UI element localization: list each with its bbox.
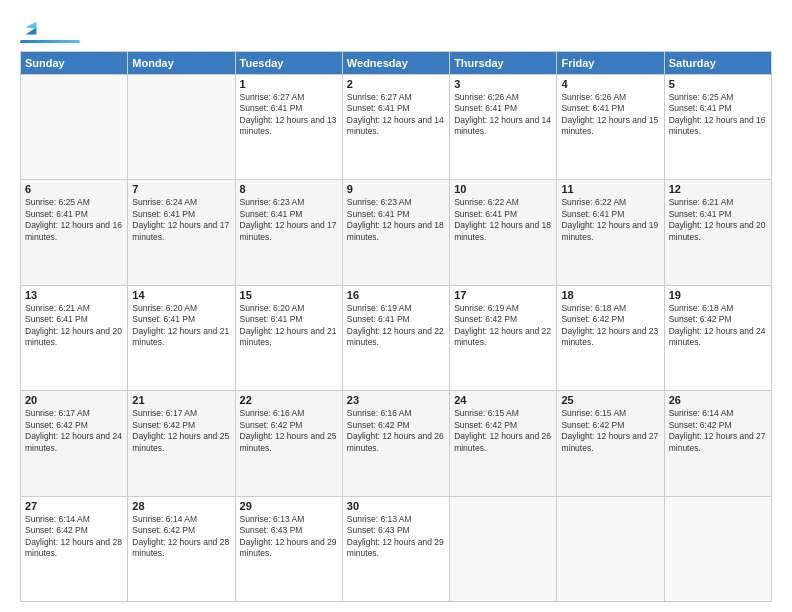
calendar-cell: 30Sunrise: 6:13 AM Sunset: 6:43 PM Dayli…	[342, 496, 449, 601]
calendar-cell: 1Sunrise: 6:27 AM Sunset: 6:41 PM Daylig…	[235, 75, 342, 180]
calendar-cell: 12Sunrise: 6:21 AM Sunset: 6:41 PM Dayli…	[664, 180, 771, 285]
calendar-cell: 21Sunrise: 6:17 AM Sunset: 6:42 PM Dayli…	[128, 391, 235, 496]
day-number: 18	[561, 289, 659, 301]
calendar-cell: 2Sunrise: 6:27 AM Sunset: 6:41 PM Daylig…	[342, 75, 449, 180]
cell-info: Sunrise: 6:18 AM Sunset: 6:42 PM Dayligh…	[669, 303, 767, 349]
day-number: 29	[240, 500, 338, 512]
cell-info: Sunrise: 6:16 AM Sunset: 6:42 PM Dayligh…	[240, 408, 338, 454]
day-number: 5	[669, 78, 767, 90]
logo-icon	[22, 20, 40, 38]
day-number: 27	[25, 500, 123, 512]
calendar-cell: 15Sunrise: 6:20 AM Sunset: 6:41 PM Dayli…	[235, 285, 342, 390]
cell-info: Sunrise: 6:14 AM Sunset: 6:42 PM Dayligh…	[132, 514, 230, 560]
cell-info: Sunrise: 6:20 AM Sunset: 6:41 PM Dayligh…	[132, 303, 230, 349]
weekday-header-friday: Friday	[557, 52, 664, 75]
day-number: 19	[669, 289, 767, 301]
day-number: 17	[454, 289, 552, 301]
calendar-cell: 11Sunrise: 6:22 AM Sunset: 6:41 PM Dayli…	[557, 180, 664, 285]
calendar-cell: 20Sunrise: 6:17 AM Sunset: 6:42 PM Dayli…	[21, 391, 128, 496]
cell-info: Sunrise: 6:14 AM Sunset: 6:42 PM Dayligh…	[669, 408, 767, 454]
day-number: 28	[132, 500, 230, 512]
cell-info: Sunrise: 6:24 AM Sunset: 6:41 PM Dayligh…	[132, 197, 230, 243]
calendar-cell: 4Sunrise: 6:26 AM Sunset: 6:41 PM Daylig…	[557, 75, 664, 180]
cell-info: Sunrise: 6:13 AM Sunset: 6:43 PM Dayligh…	[240, 514, 338, 560]
weekday-header-monday: Monday	[128, 52, 235, 75]
day-number: 30	[347, 500, 445, 512]
weekday-header-row: SundayMondayTuesdayWednesdayThursdayFrid…	[21, 52, 772, 75]
day-number: 21	[132, 394, 230, 406]
cell-info: Sunrise: 6:25 AM Sunset: 6:41 PM Dayligh…	[25, 197, 123, 243]
weekday-header-sunday: Sunday	[21, 52, 128, 75]
calendar-cell	[21, 75, 128, 180]
day-number: 16	[347, 289, 445, 301]
day-number: 13	[25, 289, 123, 301]
day-number: 11	[561, 183, 659, 195]
cell-info: Sunrise: 6:27 AM Sunset: 6:41 PM Dayligh…	[240, 92, 338, 138]
calendar-cell: 6Sunrise: 6:25 AM Sunset: 6:41 PM Daylig…	[21, 180, 128, 285]
cell-info: Sunrise: 6:19 AM Sunset: 6:41 PM Dayligh…	[347, 303, 445, 349]
svg-marker-1	[26, 22, 37, 29]
calendar-week-row: 6Sunrise: 6:25 AM Sunset: 6:41 PM Daylig…	[21, 180, 772, 285]
calendar-cell: 13Sunrise: 6:21 AM Sunset: 6:41 PM Dayli…	[21, 285, 128, 390]
cell-info: Sunrise: 6:17 AM Sunset: 6:42 PM Dayligh…	[25, 408, 123, 454]
cell-info: Sunrise: 6:21 AM Sunset: 6:41 PM Dayligh…	[25, 303, 123, 349]
day-number: 15	[240, 289, 338, 301]
calendar-cell: 3Sunrise: 6:26 AM Sunset: 6:41 PM Daylig…	[450, 75, 557, 180]
day-number: 3	[454, 78, 552, 90]
logo	[20, 18, 80, 43]
cell-info: Sunrise: 6:25 AM Sunset: 6:41 PM Dayligh…	[669, 92, 767, 138]
weekday-header-saturday: Saturday	[664, 52, 771, 75]
calendar-cell: 29Sunrise: 6:13 AM Sunset: 6:43 PM Dayli…	[235, 496, 342, 601]
calendar-cell	[664, 496, 771, 601]
day-number: 7	[132, 183, 230, 195]
day-number: 24	[454, 394, 552, 406]
calendar-table: SundayMondayTuesdayWednesdayThursdayFrid…	[20, 51, 772, 602]
day-number: 8	[240, 183, 338, 195]
day-number: 1	[240, 78, 338, 90]
day-number: 14	[132, 289, 230, 301]
calendar-cell: 16Sunrise: 6:19 AM Sunset: 6:41 PM Dayli…	[342, 285, 449, 390]
cell-info: Sunrise: 6:27 AM Sunset: 6:41 PM Dayligh…	[347, 92, 445, 138]
calendar-cell: 5Sunrise: 6:25 AM Sunset: 6:41 PM Daylig…	[664, 75, 771, 180]
cell-info: Sunrise: 6:17 AM Sunset: 6:42 PM Dayligh…	[132, 408, 230, 454]
day-number: 2	[347, 78, 445, 90]
calendar-cell: 7Sunrise: 6:24 AM Sunset: 6:41 PM Daylig…	[128, 180, 235, 285]
day-number: 6	[25, 183, 123, 195]
day-number: 25	[561, 394, 659, 406]
calendar-cell: 25Sunrise: 6:15 AM Sunset: 6:42 PM Dayli…	[557, 391, 664, 496]
calendar-cell: 9Sunrise: 6:23 AM Sunset: 6:41 PM Daylig…	[342, 180, 449, 285]
calendar-week-row: 13Sunrise: 6:21 AM Sunset: 6:41 PM Dayli…	[21, 285, 772, 390]
calendar-week-row: 20Sunrise: 6:17 AM Sunset: 6:42 PM Dayli…	[21, 391, 772, 496]
day-number: 20	[25, 394, 123, 406]
calendar-cell: 27Sunrise: 6:14 AM Sunset: 6:42 PM Dayli…	[21, 496, 128, 601]
weekday-header-wednesday: Wednesday	[342, 52, 449, 75]
cell-info: Sunrise: 6:20 AM Sunset: 6:41 PM Dayligh…	[240, 303, 338, 349]
cell-info: Sunrise: 6:26 AM Sunset: 6:41 PM Dayligh…	[561, 92, 659, 138]
calendar-cell: 14Sunrise: 6:20 AM Sunset: 6:41 PM Dayli…	[128, 285, 235, 390]
day-number: 22	[240, 394, 338, 406]
day-number: 10	[454, 183, 552, 195]
calendar-cell: 10Sunrise: 6:22 AM Sunset: 6:41 PM Dayli…	[450, 180, 557, 285]
day-number: 12	[669, 183, 767, 195]
cell-info: Sunrise: 6:23 AM Sunset: 6:41 PM Dayligh…	[240, 197, 338, 243]
calendar-cell: 22Sunrise: 6:16 AM Sunset: 6:42 PM Dayli…	[235, 391, 342, 496]
cell-info: Sunrise: 6:26 AM Sunset: 6:41 PM Dayligh…	[454, 92, 552, 138]
cell-info: Sunrise: 6:14 AM Sunset: 6:42 PM Dayligh…	[25, 514, 123, 560]
day-number: 9	[347, 183, 445, 195]
cell-info: Sunrise: 6:21 AM Sunset: 6:41 PM Dayligh…	[669, 197, 767, 243]
cell-info: Sunrise: 6:15 AM Sunset: 6:42 PM Dayligh…	[454, 408, 552, 454]
logo-line	[20, 40, 80, 43]
calendar-cell: 24Sunrise: 6:15 AM Sunset: 6:42 PM Dayli…	[450, 391, 557, 496]
cell-info: Sunrise: 6:15 AM Sunset: 6:42 PM Dayligh…	[561, 408, 659, 454]
header	[20, 18, 772, 43]
cell-info: Sunrise: 6:13 AM Sunset: 6:43 PM Dayligh…	[347, 514, 445, 560]
page: SundayMondayTuesdayWednesdayThursdayFrid…	[0, 0, 792, 612]
calendar-week-row: 27Sunrise: 6:14 AM Sunset: 6:42 PM Dayli…	[21, 496, 772, 601]
calendar-cell	[557, 496, 664, 601]
day-number: 23	[347, 394, 445, 406]
calendar-cell: 26Sunrise: 6:14 AM Sunset: 6:42 PM Dayli…	[664, 391, 771, 496]
calendar-cell	[128, 75, 235, 180]
weekday-header-tuesday: Tuesday	[235, 52, 342, 75]
calendar-cell: 19Sunrise: 6:18 AM Sunset: 6:42 PM Dayli…	[664, 285, 771, 390]
day-number: 4	[561, 78, 659, 90]
